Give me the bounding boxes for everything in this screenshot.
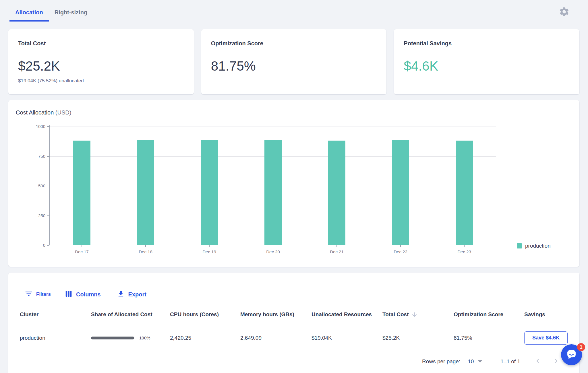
- col-header-cpu-hours[interactable]: CPU hours (Cores): [170, 311, 240, 318]
- y-tick-label: 750: [28, 154, 45, 159]
- settings-button[interactable]: [559, 6, 570, 17]
- cell-optimization-score: 81.75%: [454, 335, 524, 341]
- allocation-table: Cluster Share of Allocated Cost CPU hour…: [20, 303, 568, 373]
- chart-title-unit: (USD): [55, 109, 71, 116]
- bar-dec-20: [264, 140, 282, 245]
- arrow-down-icon[interactable]: [411, 311, 418, 318]
- col-header-memory-hours[interactable]: Memory hours (GBs): [240, 311, 312, 318]
- col-header-savings[interactable]: Savings: [524, 311, 568, 318]
- gridline: [50, 127, 496, 127]
- x-tick-label: Dec 23: [447, 249, 481, 254]
- x-tick-label: Dec 19: [192, 249, 227, 254]
- card-value: $25.2K: [18, 58, 184, 74]
- legend-label: production: [525, 243, 551, 249]
- chevron-right-icon: [552, 357, 560, 367]
- previous-page-button[interactable]: [533, 357, 542, 366]
- save-savings-button[interactable]: Save $4.6K: [524, 331, 568, 345]
- x-tick-label: Dec 18: [128, 249, 163, 254]
- allocation-table-card: Filters Columns Export Cluster Share of …: [8, 273, 579, 373]
- bar-dec-23: [456, 141, 473, 245]
- col-header-total-cost-label: Total Cost: [382, 311, 409, 318]
- y-tick-label: 500: [28, 183, 45, 189]
- chat-unread-badge: 1: [577, 343, 585, 351]
- bar-chart-plot: 02505007501000Dec 17Dec 18Dec 19Dec 20De…: [50, 127, 496, 245]
- pagination-bar: Rows per page: 10 1–1 of 1: [20, 350, 568, 373]
- y-tick: [47, 245, 49, 246]
- x-tick: [209, 245, 210, 247]
- legend-item-production[interactable]: production: [517, 243, 551, 249]
- filter-list-icon: [24, 290, 33, 299]
- tab-allocation[interactable]: Allocation: [9, 7, 49, 22]
- potential-savings-card: Potential Savings $4.6K: [394, 29, 579, 94]
- y-axis-line: [49, 125, 50, 245]
- cell-total-cost: $25.2K: [382, 335, 454, 341]
- rows-per-page-label: Rows per page:: [422, 358, 460, 365]
- next-page-button[interactable]: [552, 357, 560, 366]
- card-subtitle: [404, 78, 570, 83]
- card-title: Optimization Score: [211, 40, 377, 47]
- col-header-cluster[interactable]: Cluster: [20, 311, 91, 318]
- columns-button[interactable]: Columns: [65, 290, 101, 299]
- chevron-left-icon: [533, 357, 542, 367]
- col-header-total-cost[interactable]: Total Cost: [382, 311, 454, 318]
- chart-title: Cost Allocation (USD): [16, 109, 71, 116]
- y-tick-label: 0: [28, 243, 45, 248]
- share-progress-fill: [91, 337, 134, 339]
- col-header-share[interactable]: Share of Allocated Cost: [91, 311, 170, 318]
- optimization-score-card: Optimization Score 81.75%: [201, 29, 387, 94]
- card-subtitle: [211, 78, 377, 83]
- share-progress-bar: [91, 337, 134, 339]
- intercom-chat-icon: [566, 349, 577, 361]
- rows-per-page-value: 10: [468, 358, 474, 365]
- total-cost-card: Total Cost $25.2K $19.04K (75.52%) unall…: [8, 29, 194, 94]
- table-row: production 100% 2,420.25 2,649.09 $19.04…: [20, 326, 568, 350]
- gear-icon: [559, 13, 570, 18]
- tab-bar: Allocation Right-sizing: [9, 7, 93, 22]
- cost-allocation-chart-card: Cost Allocation (USD) 02505007501000Dec …: [8, 100, 579, 267]
- y-tick-label: 250: [28, 213, 45, 218]
- legend-swatch: [517, 243, 522, 248]
- x-tick: [273, 245, 273, 247]
- x-tick: [82, 245, 82, 247]
- export-label: Export: [128, 291, 146, 298]
- export-button[interactable]: Export: [117, 290, 146, 299]
- stat-cards-row: Total Cost $25.2K $19.04K (75.52%) unall…: [8, 29, 579, 94]
- cell-memory-hours: 2,649.09: [240, 335, 312, 341]
- chart-title-text: Cost Allocation: [16, 109, 54, 116]
- tab-right-sizing[interactable]: Right-sizing: [49, 7, 93, 22]
- y-tick-label: 1000: [28, 124, 45, 129]
- x-tick: [400, 245, 401, 247]
- cell-unallocated: $19.04K: [312, 335, 382, 341]
- y-tick: [47, 156, 49, 157]
- x-tick: [464, 245, 465, 247]
- cell-cluster: production: [20, 335, 91, 341]
- bar-dec-22: [392, 140, 409, 245]
- bar-dec-21: [328, 141, 345, 245]
- x-tick-label: Dec 21: [320, 249, 354, 254]
- columns-label: Columns: [76, 291, 101, 298]
- y-tick: [47, 126, 49, 127]
- rows-per-page-select[interactable]: 10: [468, 358, 482, 365]
- card-value: 81.75%: [211, 58, 377, 74]
- table-header-row: Cluster Share of Allocated Cost CPU hour…: [20, 303, 568, 326]
- chart-legend: production: [517, 243, 551, 249]
- col-header-unallocated[interactable]: Unallocated Resources: [312, 311, 382, 318]
- table-toolbar: Filters Columns Export: [24, 289, 146, 300]
- cell-share: 100%: [91, 335, 170, 340]
- y-tick: [47, 186, 49, 186]
- cell-savings: Save $4.6K: [524, 331, 568, 345]
- pagination-controls: [533, 357, 560, 366]
- filters-label: Filters: [36, 292, 51, 297]
- x-tick-label: Dec 22: [383, 249, 418, 254]
- filters-button[interactable]: Filters: [24, 290, 51, 299]
- bar-dec-18: [137, 140, 154, 245]
- bar-dec-19: [201, 140, 218, 245]
- col-header-optimization-score[interactable]: Optimization Score: [454, 311, 524, 318]
- x-tick: [145, 245, 146, 247]
- download-icon: [117, 290, 125, 299]
- cell-cpu-hours: 2,420.25: [170, 335, 240, 341]
- card-subtitle: $19.04K (75.52%) unallocated: [18, 78, 184, 84]
- x-axis-line: [49, 245, 496, 245]
- x-tick-label: Dec 20: [256, 249, 290, 254]
- y-tick: [47, 215, 49, 216]
